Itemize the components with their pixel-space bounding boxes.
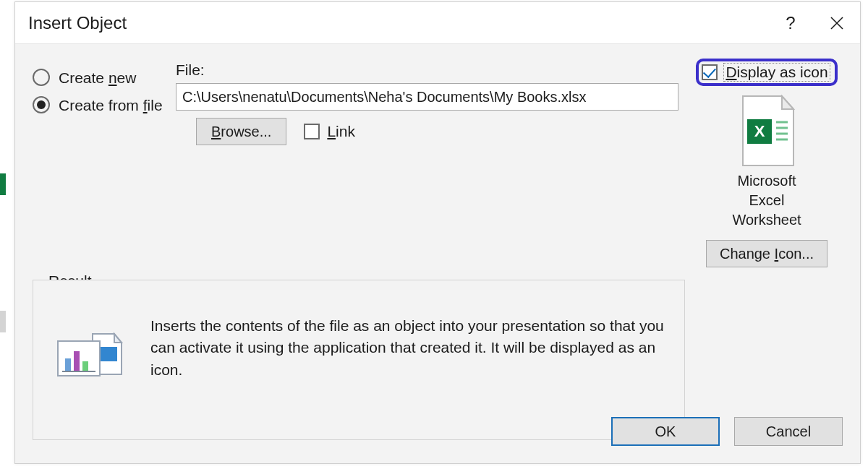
close-button[interactable] (814, 2, 860, 44)
checkbox-icon (702, 64, 718, 80)
radio-icon (33, 69, 50, 86)
svg-text:X: X (754, 122, 765, 140)
title-bar: Insert Object ? (15, 2, 860, 44)
file-label: File: (176, 61, 682, 79)
radio-create-new[interactable]: Create new (33, 69, 170, 86)
radio-create-from-file-label: Create from file (59, 98, 163, 113)
link-checkbox[interactable]: Link (304, 123, 355, 140)
display-as-icon-checkbox-highlight: Display as icon (696, 59, 837, 86)
insert-object-dialog: Insert Object ? Create new Create from f… (14, 1, 861, 464)
radio-create-new-label: Create new (59, 70, 136, 85)
link-label: Link (327, 123, 355, 140)
dialog-content: Create new Create from file File: Browse… (15, 44, 860, 463)
close-icon (830, 16, 844, 30)
browse-button[interactable]: Browse... (196, 118, 286, 145)
help-icon: ? (786, 13, 795, 33)
result-illustration (48, 315, 135, 382)
radio-create-from-file[interactable]: Create from file (33, 96, 170, 113)
display-as-icon-checkbox[interactable]: Display as icon (723, 63, 830, 82)
dialog-buttons: OK Cancel (611, 417, 843, 446)
file-path-input[interactable] (176, 83, 678, 111)
change-icon-button[interactable]: Change Icon... (706, 240, 827, 267)
result-icon (55, 330, 127, 382)
radio-icon (33, 96, 50, 113)
result-group: Inserts the contents of the file as an o… (33, 280, 685, 440)
ok-button[interactable]: OK (611, 417, 720, 446)
file-section: File: Browse... Link (176, 61, 682, 145)
display-as-icon-section: Display as icon X Microsoft Excel Worksh… (691, 59, 843, 267)
background-strip (0, 311, 6, 332)
svg-rect-10 (65, 358, 71, 371)
cancel-button[interactable]: Cancel (734, 417, 843, 446)
background-accent (0, 173, 6, 195)
svg-rect-11 (74, 351, 80, 371)
icon-caption: Microsoft Excel Worksheet (732, 171, 801, 230)
excel-file-icon: X (734, 95, 799, 168)
dialog-title: Insert Object (28, 13, 127, 33)
result-description: Inserts the contents of the file as an o… (150, 315, 664, 381)
help-button[interactable]: ? (767, 2, 814, 44)
svg-rect-12 (82, 361, 88, 371)
checkbox-icon (304, 124, 320, 139)
radio-group: Create new Create from file (33, 69, 170, 124)
